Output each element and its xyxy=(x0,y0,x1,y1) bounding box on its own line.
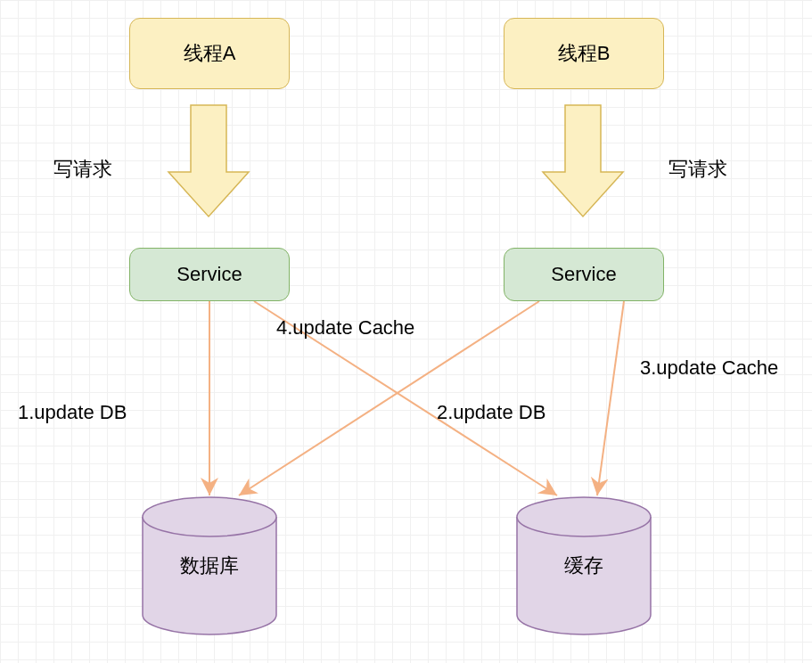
db-label-container: 数据库 xyxy=(143,552,276,579)
op4-label: 4.update Cache xyxy=(276,316,414,340)
service-a-label: Service xyxy=(176,263,242,286)
svg-point-1 xyxy=(517,497,651,536)
svg-point-0 xyxy=(143,497,276,536)
thread-b-label: 线程B xyxy=(558,40,611,67)
op3-label: 3.update Cache xyxy=(640,356,778,380)
thread-a-label: 线程A xyxy=(184,40,236,67)
thread-b-box: 线程B xyxy=(504,18,664,89)
service-b-label: Service xyxy=(551,263,616,286)
block-arrow-a xyxy=(168,105,249,217)
thread-a-box: 线程A xyxy=(129,18,290,89)
cache-label: 缓存 xyxy=(564,554,603,577)
service-a-box: Service xyxy=(129,248,290,301)
block-arrow-b xyxy=(543,105,623,217)
service-b-box: Service xyxy=(504,248,664,301)
line-op3 xyxy=(597,301,624,495)
op1-label: 1.update DB xyxy=(18,401,127,424)
request-a-label: 写请求 xyxy=(53,156,112,183)
cache-label-container: 缓存 xyxy=(517,552,651,579)
request-b-label: 写请求 xyxy=(668,156,727,183)
op2-label: 2.update DB xyxy=(437,401,545,424)
db-label: 数据库 xyxy=(180,554,239,577)
